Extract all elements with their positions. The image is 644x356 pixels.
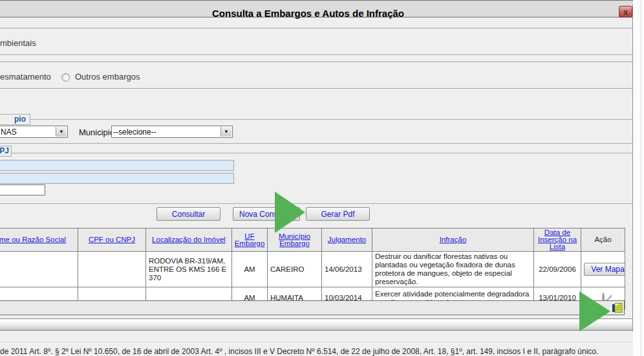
cell-uf: AM xyxy=(232,252,268,287)
uf-select[interactable]: NAS ▼ xyxy=(0,126,68,138)
header-acao: Ação xyxy=(594,236,611,243)
window-outer-border xyxy=(641,0,641,356)
window-bottom-bar xyxy=(0,318,634,331)
outros-embargos-radio[interactable] xyxy=(61,73,70,82)
sort-uf-embargo[interactable]: UF Embargo xyxy=(235,232,265,247)
fieldset-uf-municipio-legend: pio xyxy=(0,114,30,125)
sort-data-insercao[interactable]: Data de Inserção na Lista xyxy=(538,228,577,250)
cell-cpf xyxy=(78,252,146,287)
chevron-down-icon: ▼ xyxy=(220,127,231,137)
nome-razao-social-input[interactable] xyxy=(0,160,234,171)
pointer-arrow-icon xyxy=(275,192,305,233)
uf-select-value: NAS xyxy=(1,128,17,137)
embargos-ambientais-label: mbientais xyxy=(0,38,36,48)
municipio-select-value: --selecione-- xyxy=(113,128,156,137)
desmatamento-radio-label: esmatamento xyxy=(0,72,51,82)
sort-cpf-cnpj[interactable]: CPF ou CNPJ xyxy=(89,236,135,243)
fieldset-cpf-cnpj-legend: PJ xyxy=(0,146,12,157)
municipio-select[interactable]: --selecione-- ▼ xyxy=(111,126,233,138)
gerar-pdf-button[interactable]: Gerar Pdf xyxy=(306,207,370,221)
sort-localizacao-imovel[interactable]: Localização do Imóvel xyxy=(152,236,226,243)
chevron-down-icon: ▼ xyxy=(56,127,67,137)
cell-infracao: Destruir ou danificar florestas nativas … xyxy=(372,252,534,287)
outros-embargos-radio-label: Outros embargos xyxy=(75,72,140,82)
cell-acao: Ver Mapa xyxy=(581,252,625,287)
ver-mapa-button[interactable]: Ver Mapa xyxy=(584,263,625,276)
embargos-consulta-window: Consulta a Embargos e Autos de Infração … xyxy=(0,0,644,356)
sort-nome-razao-social[interactable]: me ou Razão Social xyxy=(0,236,66,243)
window-right-border xyxy=(632,5,633,331)
excel-export-icon[interactable] xyxy=(612,302,623,313)
divider xyxy=(0,342,633,342)
sort-infracao[interactable]: Infração xyxy=(440,236,467,243)
consultar-button[interactable]: Consultar xyxy=(156,207,220,221)
legal-footnote: de 2011 Art. 8º. § 2º Lei Nº 10.650, de … xyxy=(0,347,598,356)
pointer-arrow-icon xyxy=(579,291,610,331)
table-header-row: me ou Razão Social CPF ou CNPJ Localizaç… xyxy=(0,228,625,252)
cell-nome xyxy=(0,252,78,287)
close-button[interactable]: X xyxy=(619,6,632,17)
panel-embargos-ambientais xyxy=(0,28,633,55)
sort-municipio-embargo[interactable]: Município Embargo xyxy=(279,232,310,247)
cell-localizacao: RODOVIA BR-319/AM, ENTRE OS KMS 166 E 37… xyxy=(146,252,232,287)
filtro-complementar-input[interactable] xyxy=(0,184,45,195)
cell-julgamento: 14/06/2013 xyxy=(322,252,372,287)
resultados-table: me ou Razão Social CPF ou CNPJ Localizaç… xyxy=(0,228,625,309)
table-footer-bar xyxy=(0,300,625,315)
close-icon: X xyxy=(623,10,628,17)
sort-julgamento[interactable]: Julgamento xyxy=(328,236,366,243)
cell-data-insercao: 22/09/2006 xyxy=(534,252,581,287)
page-title: Consulta a Embargos e Autos de Infração xyxy=(212,8,404,19)
window-right-margin xyxy=(633,0,644,356)
cell-municipio: CAREIRO xyxy=(268,252,322,287)
table-row: RODOVIA BR-319/AM, ENTRE OS KMS 166 E 37… xyxy=(0,252,625,287)
cpf-cnpj-input[interactable] xyxy=(0,173,234,184)
